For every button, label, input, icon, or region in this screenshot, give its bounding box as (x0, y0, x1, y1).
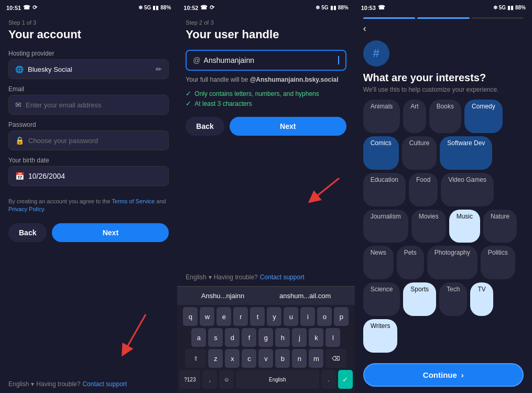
tag-tech[interactable]: Tech (439, 282, 467, 316)
key-space[interactable]: English (236, 370, 319, 389)
panel1-footer: English ▾ Having trouble? Contact suppor… (0, 376, 177, 393)
hosting-selector[interactable]: 🌐 Bluesky Social ✏ (8, 59, 169, 79)
key-p[interactable]: p (334, 307, 349, 326)
language-selector-1[interactable]: English (8, 380, 29, 388)
key-period[interactable]: . (321, 370, 336, 389)
panel3-content: # What are your interests? We'll use thi… (355, 38, 532, 359)
tag-books[interactable]: Books (429, 100, 461, 133)
contact-support-2[interactable]: Contact support (260, 274, 305, 281)
key-o[interactable]: o (317, 307, 332, 326)
key-i[interactable]: i (300, 307, 315, 326)
tag-food[interactable]: Food (409, 173, 438, 206)
tag-pets[interactable]: Pets (397, 246, 424, 279)
continue-button[interactable]: Continue › (363, 363, 524, 387)
key-s[interactable]: s (208, 328, 223, 347)
tag-culture[interactable]: Culture (402, 136, 437, 170)
key-e[interactable]: e (216, 307, 231, 326)
tag-comics[interactable]: Comics (363, 136, 399, 170)
tag-video-games[interactable]: Video Games (441, 173, 494, 206)
birthdate-value: 10/26/2004 (28, 172, 65, 180)
key-enter[interactable]: ✓ (338, 370, 353, 389)
privacy-policy-link[interactable]: Privacy Policy (8, 206, 44, 212)
key-t[interactable]: t (250, 307, 265, 326)
kb-row-3: ⇧ z x c v b n m ⌫ (179, 349, 352, 368)
key-a[interactable]: a (191, 328, 206, 347)
key-j[interactable]: j (292, 328, 307, 347)
panel1-title: Your account (8, 28, 169, 41)
progress-1 (363, 17, 415, 19)
tag-comedy[interactable]: Comedy (464, 100, 503, 133)
password-input[interactable] (28, 137, 162, 145)
edit-icon[interactable]: ✏ (156, 65, 162, 73)
tag-education[interactable]: Education (363, 173, 406, 206)
key-w[interactable]: w (200, 307, 214, 326)
key-b[interactable]: b (275, 349, 290, 368)
virtual-keyboard: q w e r t y u i o p a s d f g h j k l ⇧ … (177, 305, 354, 393)
password-input-container: 🔒 (8, 130, 169, 150)
autocomplete-bar: Anshu...njainn anshum...ail.com (177, 286, 354, 305)
interests-subtitle: We'll use this to help customize your ex… (363, 86, 524, 93)
tag-software-dev[interactable]: Software Dev (440, 136, 492, 170)
tag-news[interactable]: News (363, 246, 394, 279)
next-button-1[interactable]: Next (52, 223, 169, 242)
panel-3: 10:53 ☎ ❄ 5G ▮▮ 88% ‹ # What are your in… (355, 0, 532, 393)
status-bar-3: 10:53 ☎ ❄ 5G ▮▮ 88% (355, 0, 532, 13)
autocomplete-2[interactable]: anshum...ail.com (275, 291, 335, 301)
handle-input[interactable] (204, 56, 335, 64)
tag-journalism[interactable]: Journalism (363, 210, 408, 243)
status-icons-1: ❄ 5G ▮▮ 88% (138, 5, 171, 10)
key-r[interactable]: r (233, 307, 248, 326)
validation-1: ✓ Only contains letters, numbers, and hy… (186, 90, 346, 97)
tag-politics[interactable]: Politics (481, 246, 515, 279)
panel2-footer: English ▾ Having trouble? Contact suppor… (177, 269, 354, 286)
autocomplete-1[interactable]: Anshu...njainn (197, 291, 248, 301)
key-v[interactable]: v (258, 349, 273, 368)
handle-input-box[interactable]: @ (186, 50, 346, 71)
tag-sports[interactable]: Sports (403, 282, 436, 316)
tag-science[interactable]: Science (363, 282, 400, 316)
key-shift[interactable]: ⇧ (185, 349, 206, 368)
next-button-2[interactable]: Next (230, 117, 346, 136)
tag-animals[interactable]: Animals (363, 100, 400, 133)
tag-art[interactable]: Art (403, 100, 426, 133)
birthdate-label: Your birth date (8, 157, 169, 164)
key-emoji[interactable]: ☺ (219, 370, 234, 389)
back-arrow-3[interactable]: ‹ (355, 21, 532, 38)
tag-nature[interactable]: Nature (483, 210, 517, 243)
key-k[interactable]: k (309, 328, 323, 347)
key-x[interactable]: x (225, 349, 240, 368)
tag-writers[interactable]: Writers (363, 319, 398, 353)
step-label-1: Step 1 of 3 (8, 19, 169, 26)
language-selector-2[interactable]: English (186, 274, 206, 281)
tag-movies[interactable]: Movies (411, 210, 446, 243)
back-button-2[interactable]: Back (186, 117, 224, 136)
key-n[interactable]: n (292, 349, 307, 368)
terms-of-service-link[interactable]: Terms of Service (112, 198, 155, 204)
key-c[interactable]: c (242, 349, 256, 368)
key-f[interactable]: f (242, 328, 256, 347)
tag-music[interactable]: Music (449, 210, 480, 243)
key-z[interactable]: z (208, 349, 223, 368)
email-input[interactable] (26, 101, 162, 109)
trouble-text-2: Having trouble? (214, 274, 258, 281)
key-num[interactable]: ?123 (179, 370, 200, 389)
key-l[interactable]: l (325, 328, 340, 347)
birthdate-input[interactable]: 📅 10/26/2004 (8, 166, 169, 186)
key-q[interactable]: q (183, 307, 198, 326)
key-d[interactable]: d (225, 328, 240, 347)
key-u[interactable]: u (284, 307, 298, 326)
progress-bar (355, 13, 532, 21)
hosting-field: Hosting provider 🌐 Bluesky Social ✏ (8, 50, 169, 79)
tag-photography[interactable]: Photography (427, 246, 477, 279)
back-button-1[interactable]: Back (8, 223, 47, 242)
key-y[interactable]: y (267, 307, 281, 326)
email-label: Email (8, 85, 169, 93)
contact-support-1[interactable]: Contact support (82, 380, 127, 388)
key-backspace[interactable]: ⌫ (325, 349, 346, 368)
text-cursor (338, 56, 339, 64)
key-g[interactable]: g (258, 328, 273, 347)
key-m[interactable]: m (309, 349, 323, 368)
key-comma[interactable]: , (202, 370, 217, 389)
key-h[interactable]: h (275, 328, 290, 347)
tag-tv[interactable]: TV (470, 282, 493, 316)
